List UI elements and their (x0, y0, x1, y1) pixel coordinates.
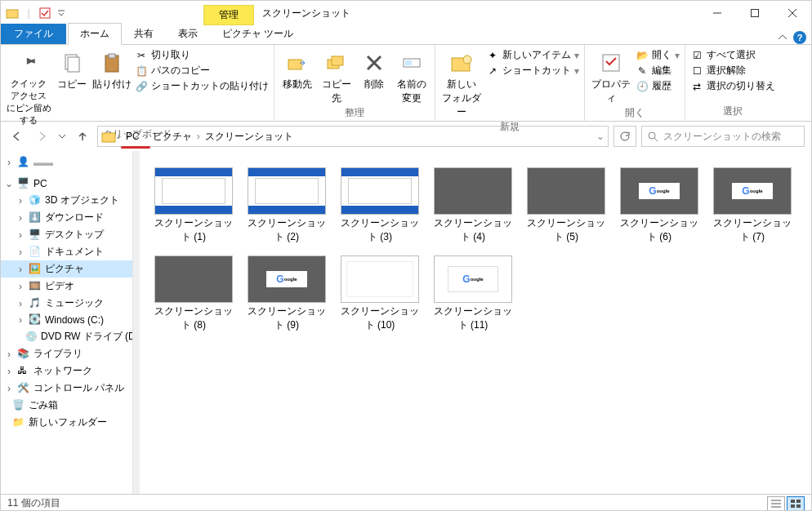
tab-picture-tools[interactable]: ピクチャ ツール (213, 23, 302, 44)
tree-item-pc[interactable]: ⌄🖥️PC (1, 176, 132, 192)
collapse-ribbon-icon[interactable] (779, 33, 787, 42)
checkbox-icon[interactable] (38, 7, 51, 20)
paste-shortcut-button[interactable]: 🔗ショートカットの貼り付け (135, 79, 269, 93)
edit-button[interactable]: ✎編集 (636, 64, 680, 78)
svg-rect-11 (405, 60, 412, 65)
new-folder-button[interactable]: 新しい フォルダー (440, 47, 483, 119)
file-item[interactable]: スクリーンショット (10) (339, 256, 421, 332)
tab-home[interactable]: ホーム (68, 23, 122, 45)
tree-item-recycle[interactable]: 🗑️ごみ箱 (1, 397, 132, 414)
file-item[interactable]: Googleスクリーンショット (6) (618, 167, 700, 244)
tree-item-downloads[interactable]: ›⬇️ダウンロード (1, 209, 132, 226)
invert-selection-button[interactable]: ⇄選択の切り替え (690, 79, 775, 93)
tree-item-control-panel[interactable]: ›🛠️コントロール パネル (1, 380, 132, 397)
svg-rect-4 (68, 57, 79, 72)
copy-path-button[interactable]: 📋パスのコピー (135, 64, 269, 78)
newitem-icon: ✦ (486, 49, 499, 62)
file-item[interactable]: スクリーンショット (4) (432, 167, 514, 244)
tab-view[interactable]: 表示 (166, 23, 210, 44)
svg-rect-7 (288, 60, 301, 69)
history-button[interactable]: 🕘履歴 (636, 79, 680, 93)
file-item[interactable]: Googleスクリーンショット (11) (432, 256, 514, 332)
ribbon: クイック アクセス にピン留めする コピー 貼り付け ✂切り取り 📋パスのコピー… (1, 45, 811, 122)
help-icon[interactable]: ? (793, 31, 806, 44)
file-item[interactable]: スクリーンショット (5) (525, 167, 607, 244)
tree-item-dvd[interactable]: 💿DVD RW ドライブ (D (1, 328, 132, 345)
recent-button[interactable] (56, 127, 68, 146)
window-title: スクリーンショット (254, 1, 698, 25)
pc-icon: 🖥️ (17, 177, 30, 190)
maximize-button[interactable] (736, 1, 774, 25)
thumbnail (527, 167, 605, 215)
select-all-button[interactable]: ☑すべて選択 (690, 48, 775, 62)
chevron-right-icon[interactable]: › (118, 131, 121, 142)
chevron-right-icon[interactable]: › (145, 131, 148, 142)
breadcrumb-screenshots[interactable]: スクリーンショット (202, 128, 297, 145)
cut-button[interactable]: ✂切り取り (135, 48, 269, 62)
file-label: スクリーンショット (7) (712, 216, 793, 244)
tree-item-libraries[interactable]: ›📚ライブラリ (1, 345, 132, 362)
pin-to-quick-access-button[interactable]: クイック アクセス にピン留めする (6, 47, 51, 127)
svg-rect-9 (332, 56, 343, 65)
forward-button[interactable] (32, 127, 51, 146)
svg-rect-15 (102, 133, 115, 142)
breadcrumb-pictures[interactable]: ピクチャ (149, 128, 195, 145)
tree-item-quick-access[interactable]: ›👤▬▬ (1, 154, 132, 171)
move-to-button[interactable]: 移動先 (279, 47, 315, 91)
dvd-icon: 💿 (25, 331, 38, 344)
document-icon: 📄 (29, 246, 42, 259)
file-item[interactable]: スクリーンショット (1) (153, 167, 234, 244)
tree-item-documents[interactable]: ›📄ドキュメント (1, 243, 132, 260)
tree-item-newfolder[interactable]: 📁新しいフォルダー (1, 414, 132, 431)
svg-rect-18 (796, 500, 801, 503)
tree-item-videos[interactable]: ›🎞️ビデオ (1, 278, 132, 295)
new-item-button[interactable]: ✦新しいアイテム▾ (486, 48, 579, 62)
delete-button[interactable]: 削除 (358, 47, 390, 91)
file-item[interactable]: Googleスクリーンショット (9) (246, 256, 328, 332)
address-bar[interactable]: › PC › ピクチャ › スクリーンショット ⌄ (97, 126, 609, 147)
copy-to-button[interactable]: コピー先 (319, 47, 355, 105)
search-input[interactable]: スクリーンショットの検索 (641, 126, 805, 147)
tab-file[interactable]: ファイル (1, 24, 66, 44)
file-item[interactable]: スクリーンショット (8) (153, 256, 234, 332)
chevron-right-icon[interactable]: › (197, 131, 200, 142)
close-button[interactable] (774, 1, 811, 25)
new-shortcut-button[interactable]: ↗ショートカット▾ (486, 64, 579, 78)
thumbnails-view-button[interactable] (787, 496, 805, 511)
up-button[interactable] (73, 127, 92, 146)
tree-item-music[interactable]: ›🎵ミュージック (1, 295, 132, 312)
move-icon (284, 50, 310, 76)
details-view-button[interactable] (767, 496, 785, 511)
qat-dropdown-icon[interactable] (55, 7, 68, 20)
minimize-button[interactable] (698, 1, 736, 25)
thumbnail (154, 167, 233, 215)
pin-icon (16, 50, 42, 76)
refresh-button[interactable] (613, 126, 636, 147)
invert-icon: ⇄ (690, 80, 703, 93)
open-button[interactable]: 📂開く▾ (636, 48, 680, 62)
tree-item-pictures[interactable]: ›🖼️ピクチャ (1, 260, 132, 278)
file-item[interactable]: スクリーンショット (2) (246, 167, 328, 244)
file-item[interactable]: スクリーンショット (3) (339, 167, 421, 244)
quick-access-toolbar: | (1, 1, 73, 25)
address-dropdown-icon[interactable]: ⌄ (596, 131, 605, 142)
properties-button[interactable]: プロパティ (590, 47, 632, 105)
tree-scrollbar[interactable] (133, 151, 140, 494)
tree-item-network[interactable]: ›🖧ネットワーク (1, 362, 132, 380)
file-label: スクリーンショット (3) (339, 216, 421, 244)
tree-item-3d[interactable]: ›🧊3D オブジェクト (1, 192, 132, 209)
ribbon-group-clipboard: クイック アクセス にピン留めする コピー 貼り付け ✂切り取り 📋パスのコピー… (1, 45, 274, 121)
file-item[interactable]: Googleスクリーンショット (7) (712, 167, 793, 244)
tab-share[interactable]: 共有 (122, 23, 166, 44)
folder-icon (101, 129, 116, 144)
breadcrumb-pc[interactable]: PC (123, 129, 143, 144)
tree-item-cdrive[interactable]: ›💽Windows (C:) (1, 312, 132, 328)
tree-item-desktop[interactable]: ›🖥️デスクトップ (1, 226, 132, 243)
status-bar: 11 個の項目 (1, 494, 811, 511)
copy-button[interactable]: コピー (55, 47, 89, 91)
thumbnail: Google (713, 167, 792, 215)
rename-button[interactable]: 名前の 変更 (394, 47, 430, 105)
select-none-button[interactable]: ☐選択解除 (690, 64, 775, 78)
back-button[interactable] (7, 127, 27, 146)
paste-button[interactable]: 貼り付け (92, 47, 132, 91)
